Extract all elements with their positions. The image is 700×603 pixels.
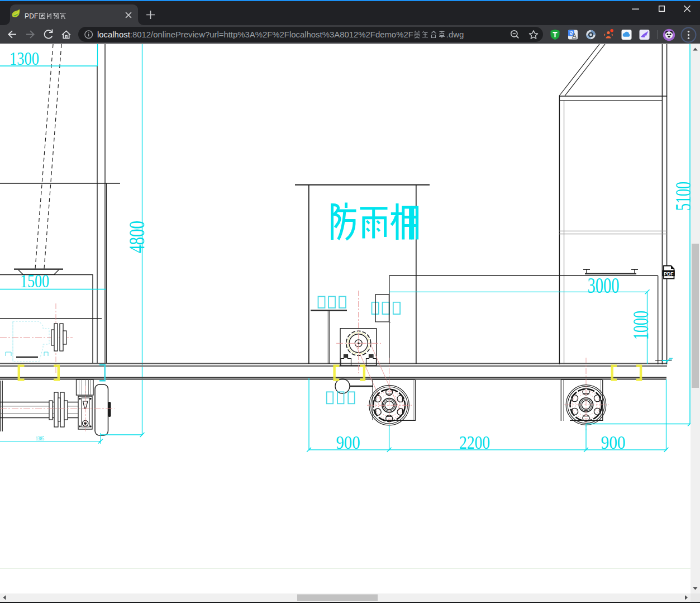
svg-text:900: 900 xyxy=(601,432,626,453)
svg-text:5100: 5100 xyxy=(671,182,691,211)
svg-text:3000: 3000 xyxy=(588,273,620,297)
svg-text:1000: 1000 xyxy=(628,311,653,340)
svg-text:1500: 1500 xyxy=(20,271,49,291)
svg-text:2200: 2200 xyxy=(459,432,490,453)
svg-text:1300: 1300 xyxy=(9,49,39,69)
svg-text:1385: 1385 xyxy=(36,436,44,441)
svg-text:900: 900 xyxy=(336,432,360,453)
svg-text:4800: 4800 xyxy=(125,221,149,253)
svg-text:PDF: PDF xyxy=(664,271,673,277)
